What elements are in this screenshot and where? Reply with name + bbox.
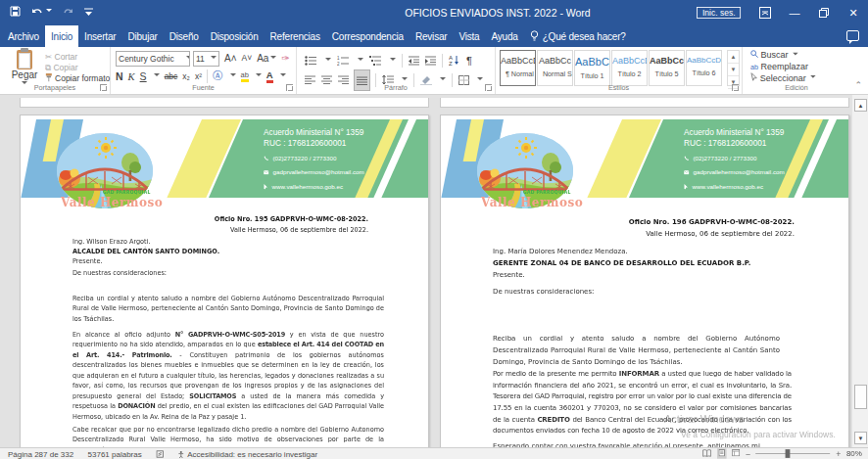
copy-button[interactable]: ⧉ Copiar: [45, 62, 110, 72]
tab-revisar[interactable]: Revisar: [410, 25, 454, 47]
collapse-ribbon-icon[interactable]: ⌃: [854, 80, 862, 90]
clipboard-dialog-launcher[interactable]: [100, 84, 107, 91]
styles-gallery-scroll[interactable]: ▲▼▼: [727, 50, 740, 86]
customize-qat-icon[interactable]: [84, 7, 93, 17]
sign-in-button[interactable]: Inic. ses.: [697, 7, 741, 19]
superscript-button[interactable]: x²: [195, 71, 202, 81]
tab-disposicion[interactable]: Disposición: [205, 25, 265, 47]
style-titulo6[interactable]: AaBbCcDcTítulo 6: [686, 50, 722, 86]
page-right[interactable]: Acuerdo Ministerial N° 1359 RUC : 176812…: [440, 115, 849, 447]
document-area: Acuerdo Ministerial N° 1359 RUC : 176812…: [0, 95, 868, 447]
tab-inicio[interactable]: Inicio: [45, 25, 78, 47]
tab-vista[interactable]: Vista: [453, 25, 485, 47]
svg-text:1: 1: [337, 56, 340, 61]
pilcrow-icon[interactable]: ¶: [466, 55, 472, 67]
group-fuente: Century Gothic 11 A˄ A˅ Aa ✑ N K S abc x…: [111, 47, 297, 94]
bullets-icon[interactable]: [305, 52, 317, 69]
read-mode-icon[interactable]: [702, 449, 712, 459]
paragraph: Reciba un cordial y atento saludo a nomb…: [72, 293, 384, 324]
minimize-button[interactable]: —: [780, 0, 809, 25]
tab-ayuda[interactable]: Ayuda: [485, 25, 523, 47]
redo-icon[interactable]: [63, 7, 73, 17]
restore-button[interactable]: [809, 0, 839, 25]
change-case-button[interactable]: Aa: [257, 53, 276, 64]
acuerdo-line: Acuerdo Ministerial N° 1359: [264, 127, 364, 138]
save-icon[interactable]: [10, 6, 21, 17]
styles-dialog-launcher[interactable]: [732, 84, 739, 91]
style-titulo2[interactable]: AaBbCcDTítulo 2: [611, 50, 648, 86]
tab-insertar[interactable]: Insertar: [78, 25, 121, 47]
zoom-slider[interactable]: [756, 453, 831, 454]
scroll-up-icon[interactable]: ▲: [854, 99, 867, 112]
feedback-icon[interactable]: [846, 30, 859, 41]
zoom-in-icon[interactable]: +: [836, 449, 841, 459]
quick-access-toolbar: [10, 6, 93, 17]
tab-referencias[interactable]: Referencias: [265, 25, 326, 47]
tab-correspondencia[interactable]: Correspondencia: [326, 25, 410, 47]
tab-archivo[interactable]: Archivo: [2, 25, 45, 47]
style-normal-sa[interactable]: AaBbCcNormal Sa...: [537, 50, 573, 86]
undo-icon[interactable]: [31, 7, 52, 17]
web-layout-icon[interactable]: [732, 449, 740, 458]
grow-font-button[interactable]: A˄: [224, 53, 237, 64]
page-indicator[interactable]: Página 287 de 332: [8, 450, 73, 459]
scroll-thumb[interactable]: [854, 385, 867, 409]
cut-button[interactable]: ✂ Cortar: [45, 51, 110, 62]
font-name-combo[interactable]: Century Gothic: [116, 51, 190, 67]
recipient-block: Ing. María Dolores Menendez Mendoza.GERE…: [493, 245, 750, 280]
print-layout-icon[interactable]: [717, 448, 727, 458]
select-button[interactable]: Seleccionar: [750, 72, 815, 83]
web-line: www.vallehermoso.gob.ec: [264, 180, 364, 195]
underline-button[interactable]: S: [140, 70, 147, 82]
style-titulo5[interactable]: AaBbCcITítulo 5: [649, 50, 685, 86]
text-effects-button[interactable]: Ⓐ: [213, 69, 223, 83]
brand-subtitle: GAD PARROQUIAL: [523, 190, 571, 195]
highlight-button[interactable]: ab: [241, 70, 249, 82]
decrease-indent-icon[interactable]: [409, 52, 419, 69]
group-estilos: AaBbCcD¶ Normal AaBbCcNormal Sa... AaBbC…: [496, 47, 743, 94]
title-bar: OFICIOS ENVIADOS INST. 2022 - Word Inic.…: [0, 0, 868, 25]
brand-name: Valle Hermoso: [481, 195, 583, 209]
paragraph-dialog-launcher[interactable]: [485, 84, 492, 91]
multilevel-list-icon[interactable]: [369, 52, 382, 69]
ribbon-display-options-icon[interactable]: [750, 0, 780, 25]
shrink-font-button[interactable]: A˅: [242, 53, 253, 64]
vertical-scrollbar[interactable]: ▲ ▼: [851, 95, 868, 447]
proofing-icon[interactable]: [156, 450, 164, 458]
zoom-level[interactable]: 80%: [846, 449, 862, 458]
zoom-out-icon[interactable]: −: [746, 449, 750, 459]
strikethrough-button[interactable]: abc: [165, 71, 178, 81]
close-button[interactable]: ✕: [839, 0, 868, 25]
status-bar: Página 287 de 332 53761 palabras Accesib…: [0, 447, 868, 459]
bold-button[interactable]: N: [116, 70, 123, 82]
accessibility-status[interactable]: Accesibilidad: es necesario investigar: [178, 450, 318, 459]
svg-text:2: 2: [337, 62, 340, 66]
increase-indent-icon[interactable]: [425, 52, 436, 69]
tab-diseno[interactable]: Diseño: [164, 25, 205, 47]
mail-icon: [684, 170, 690, 175]
letterhead: Acuerdo Ministerial N° 1359 RUC : 176812…: [23, 119, 428, 198]
page-left[interactable]: Acuerdo Ministerial N° 1359 RUC : 176812…: [20, 115, 429, 447]
word-count[interactable]: 53761 palabras: [88, 450, 142, 459]
scroll-down-icon[interactable]: ▼: [854, 432, 867, 444]
style-normal[interactable]: AaBbCcD¶ Normal: [500, 50, 536, 86]
font-size-combo[interactable]: 11: [193, 51, 219, 67]
paragraph: Reciba un cordial y atento saludo a nomb…: [493, 332, 780, 367]
brand-name: Valle Hermoso: [61, 195, 163, 209]
font-dialog-launcher[interactable]: [286, 84, 293, 91]
tell-me-box[interactable]: ¿Qué desea hacer?: [524, 25, 632, 47]
sort-icon[interactable]: AZ: [449, 52, 460, 69]
find-button[interactable]: Buscar: [750, 50, 815, 61]
numbering-icon[interactable]: 12: [337, 52, 350, 69]
subscript-button[interactable]: x₂: [182, 71, 190, 81]
replace-button[interactable]: ab Reemplazar: [750, 61, 815, 72]
style-titulo1[interactable]: AaBbC(Título 1: [574, 50, 610, 86]
italic-button[interactable]: K: [128, 71, 135, 82]
clear-format-button[interactable]: ✑: [281, 53, 289, 64]
ruc-line: RUC : 1768120600001: [684, 138, 785, 149]
phone-line: (02)2773220 / 2773300: [684, 152, 785, 166]
email-line: gadprvallehermoso@hotmail.com: [264, 165, 364, 180]
phone-line: (02)2773220 / 2773300: [264, 152, 364, 166]
font-color-button[interactable]: A: [266, 69, 273, 83]
tab-dibujar[interactable]: Dibujar: [121, 25, 163, 47]
